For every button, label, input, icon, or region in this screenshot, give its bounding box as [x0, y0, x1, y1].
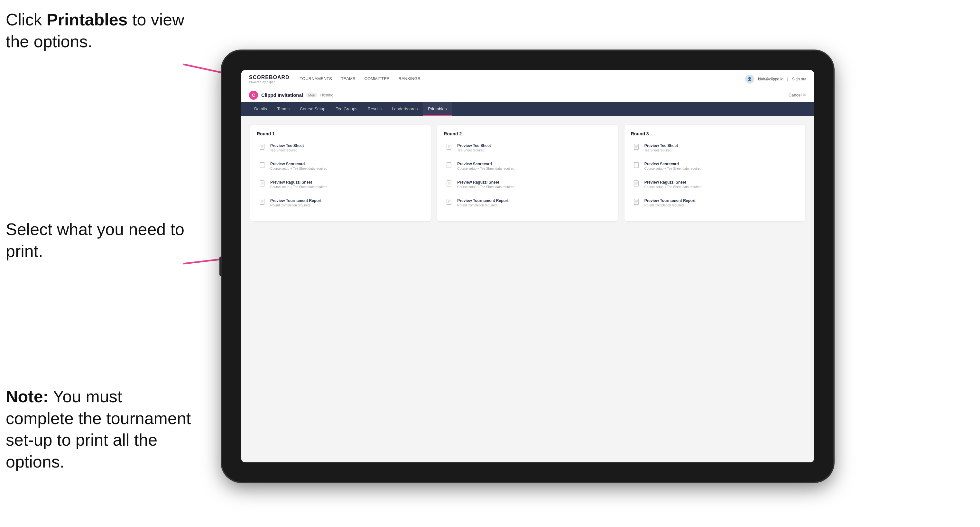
- round-1-raguzzi-title: Preview Raguzzi Sheet: [270, 180, 327, 184]
- nav-rankings[interactable]: RANKINGS: [399, 76, 420, 82]
- document-icon-8: [446, 199, 454, 208]
- round-3-tee-title: Preview Tee Sheet: [644, 143, 678, 148]
- tab-teams[interactable]: Teams: [272, 102, 295, 116]
- round-2-report-sub: Round Completion required: [457, 203, 508, 207]
- document-icon-9: [633, 144, 641, 153]
- tab-details[interactable]: Details: [249, 102, 272, 116]
- annotation-top: Click Printables to view the options.: [6, 9, 186, 52]
- cancel-button[interactable]: Cancel ✕: [789, 93, 806, 97]
- annotation-top-text: Click Printables to view the options.: [6, 10, 185, 51]
- round-1-report-sub: Round Completion required: [270, 203, 321, 207]
- round-1-tournament-report-text: Preview Tournament Report Round Completi…: [270, 198, 321, 207]
- top-nav-right: 👤 blair@clippd.io | Sign out: [745, 75, 806, 84]
- scoreboard-logo: SCOREBOARD Powered by clippd: [249, 75, 290, 84]
- round-3-title: Round 3: [631, 131, 799, 137]
- round-3-report[interactable]: Preview Tournament Report Round Completi…: [631, 197, 799, 210]
- round-3-tee-sheet[interactable]: Preview Tee Sheet Tee Sheet required: [631, 141, 799, 155]
- annotation-note-bold: Note:: [6, 387, 49, 406]
- round-3-raguzzi-sub: Course setup + Tee Sheet data required: [644, 185, 702, 189]
- annotation-middle-text: Select what you need to print.: [6, 220, 185, 260]
- round-1-section: Round 1 Preview Tee Sheet: [250, 125, 431, 221]
- annotation-middle: Select what you need to print.: [6, 219, 192, 262]
- round-3-raguzzi[interactable]: Preview Raguzzi Sheet Course setup + Tee…: [631, 178, 799, 191]
- round-3-raguzzi-title: Preview Raguzzi Sheet: [644, 180, 702, 184]
- round-2-report[interactable]: Preview Tournament Report Round Completi…: [444, 197, 611, 210]
- round-1-tee-sheet-title: Preview Tee Sheet: [270, 143, 304, 148]
- document-icon-4: [259, 199, 267, 208]
- user-avatar: 👤: [745, 75, 754, 84]
- round-1-scorecard-sub: Course setup + Tee Sheet data required: [270, 167, 327, 170]
- round-3-scorecard-sub: Course setup + Tee Sheet data required: [644, 167, 702, 170]
- tournament-header: C Clippd Invitational Men Hosting Cancel…: [241, 88, 814, 102]
- tablet-shell: SCOREBOARD Powered by clippd TOURNAMENTS…: [222, 51, 833, 482]
- round-3-report-title: Preview Tournament Report: [644, 198, 695, 203]
- top-nav-links: TOURNAMENTS TEAMS COMMITTEE RANKINGS: [300, 76, 745, 82]
- round-2-raguzzi-sub: Course setup + Tee Sheet data required: [457, 185, 514, 189]
- tab-results[interactable]: Results: [363, 102, 387, 116]
- round-1-tournament-report[interactable]: Preview Tournament Report Round Completi…: [257, 197, 424, 210]
- tablet-side-button: [220, 257, 222, 276]
- round-1-tee-sheet-sub: Tee Sheet required: [270, 149, 304, 152]
- round-1-report-title: Preview Tournament Report: [270, 198, 321, 203]
- round-2-report-title: Preview Tournament Report: [457, 198, 508, 203]
- document-icon-2: [259, 162, 267, 171]
- document-icon-5: [446, 144, 454, 153]
- round-3-scorecard-title: Preview Scorecard: [644, 162, 702, 166]
- tournament-logo: C: [249, 90, 258, 100]
- round-2-section: Round 2 Preview Tee Sheet Tee Sheet requ…: [437, 125, 618, 221]
- round-3-report-sub: Round Completion required: [644, 203, 695, 207]
- logo-title: SCOREBOARD: [249, 75, 290, 80]
- round-1-scorecard-title: Preview Scorecard: [270, 162, 327, 166]
- round-3-scorecard[interactable]: Preview Scorecard Course setup + Tee She…: [631, 160, 799, 173]
- sub-nav: Details Teams Course Setup Tee Groups Re…: [241, 102, 814, 116]
- tournament-status: Hosting: [320, 93, 333, 97]
- round-2-tee-title: Preview Tee Sheet: [457, 143, 491, 148]
- round-1-scorecard[interactable]: Preview Scorecard Course setup + Tee She…: [257, 160, 424, 173]
- tab-leaderboards[interactable]: Leaderboards: [387, 102, 423, 116]
- document-icon: [259, 144, 267, 153]
- document-icon-11: [633, 180, 641, 189]
- round-2-raguzzi[interactable]: Preview Raguzzi Sheet Course setup + Tee…: [444, 178, 611, 191]
- tab-tee-groups[interactable]: Tee Groups: [331, 102, 363, 116]
- round-1-raguzzi-text: Preview Raguzzi Sheet Course setup + Tee…: [270, 180, 327, 189]
- main-content: Round 1 Preview Tee Sheet: [241, 116, 814, 462]
- nav-teams[interactable]: TEAMS: [341, 76, 355, 82]
- round-3-tee-sub: Tee Sheet required: [644, 149, 678, 152]
- round-2-scorecard-sub: Course setup + Tee Sheet data required: [457, 167, 514, 170]
- round-1-raguzzi-sub: Course setup + Tee Sheet data required: [270, 185, 327, 189]
- annotation-bold-printables: Printables: [47, 10, 127, 29]
- round-1-raguzzi[interactable]: Preview Raguzzi Sheet Course setup + Tee…: [257, 178, 424, 191]
- document-icon-7: [446, 180, 454, 189]
- round-2-tee-sheet[interactable]: Preview Tee Sheet Tee Sheet required: [444, 141, 611, 155]
- tab-printables[interactable]: Printables: [423, 102, 452, 116]
- document-icon-3: [259, 180, 267, 189]
- nav-committee[interactable]: COMMITTEE: [364, 76, 390, 82]
- annotation-bottom: Note: You must complete the tournament s…: [6, 386, 192, 473]
- sign-out-link[interactable]: Sign out: [792, 77, 806, 81]
- round-2-scorecard[interactable]: Preview Scorecard Course setup + Tee She…: [444, 160, 611, 173]
- round-2-raguzzi-title: Preview Raguzzi Sheet: [457, 180, 514, 184]
- tournament-badge: Men: [305, 93, 318, 97]
- round-1-tee-sheet[interactable]: Preview Tee Sheet Tee Sheet required: [257, 141, 424, 155]
- annotation-bottom-text: Note: You must complete the tournament s…: [6, 387, 191, 471]
- document-icon-12: [633, 199, 641, 208]
- document-icon-10: [633, 162, 641, 171]
- separator: |: [787, 77, 788, 81]
- round-2-scorecard-title: Preview Scorecard: [457, 162, 514, 166]
- tablet-screen: SCOREBOARD Powered by clippd TOURNAMENTS…: [241, 70, 814, 462]
- tab-course-setup[interactable]: Course Setup: [295, 102, 331, 116]
- tournament-name: Clippd Invitational: [261, 92, 303, 98]
- user-email: blair@clippd.io: [758, 77, 783, 81]
- rounds-grid: Round 1 Preview Tee Sheet: [250, 125, 805, 221]
- round-3-section: Round 3 Preview Tee Sheet Tee Sheet requ…: [625, 125, 805, 221]
- round-1-title: Round 1: [257, 131, 424, 137]
- nav-tournaments[interactable]: TOURNAMENTS: [300, 76, 332, 82]
- top-nav: SCOREBOARD Powered by clippd TOURNAMENTS…: [241, 70, 814, 88]
- round-1-tee-sheet-text: Preview Tee Sheet Tee Sheet required: [270, 143, 304, 152]
- round-2-tee-sub: Tee Sheet required: [457, 149, 491, 152]
- logo-subtitle: Powered by clippd: [249, 80, 290, 84]
- round-2-title: Round 2: [444, 131, 611, 137]
- round-1-scorecard-text: Preview Scorecard Course setup + Tee She…: [270, 162, 327, 170]
- document-icon-6: [446, 162, 454, 171]
